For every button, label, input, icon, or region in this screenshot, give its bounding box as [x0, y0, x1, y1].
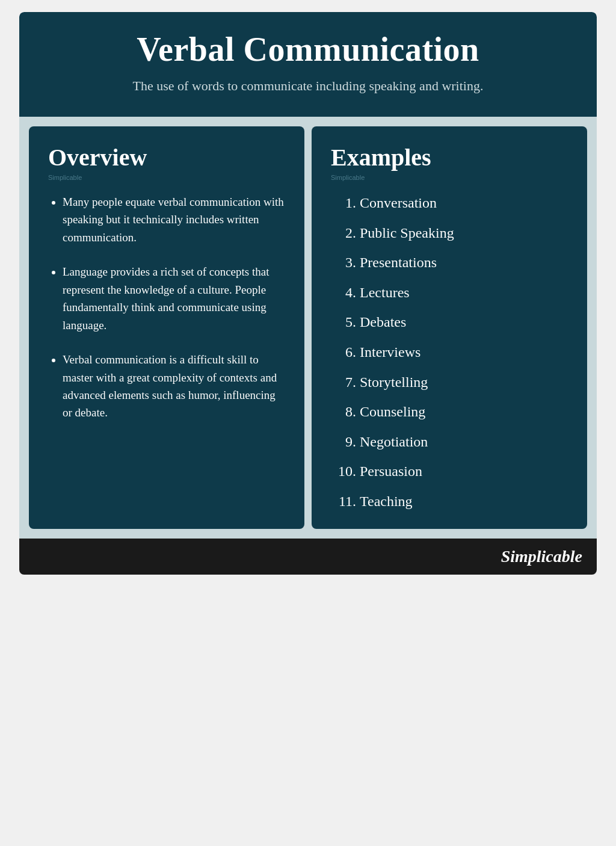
example-label: Interviews	[360, 342, 420, 363]
list-item: 3.Presentations	[331, 253, 568, 273]
example-number: 10.	[331, 462, 356, 482]
footer-section: Simplicable	[19, 539, 597, 575]
header-section: Verbal Communication The use of words to…	[19, 12, 597, 117]
list-item: Verbal communication is a difficult skil…	[63, 351, 285, 422]
list-item: 5.Debates	[331, 312, 568, 333]
example-number: 9.	[331, 432, 356, 452]
example-label: Public Speaking	[360, 223, 454, 244]
page-title: Verbal Communication	[55, 30, 561, 69]
overview-watermark: Simplicable	[48, 174, 285, 181]
example-number: 6.	[331, 342, 356, 363]
example-number: 1.	[331, 193, 356, 214]
example-number: 7.	[331, 372, 356, 393]
example-label: Persuasion	[360, 462, 422, 482]
content-section: Overview Simplicable Many people equate …	[19, 117, 597, 539]
example-number: 5.	[331, 312, 356, 333]
example-label: Counseling	[360, 402, 425, 422]
list-item: Language provides a rich set of concepts…	[63, 263, 285, 334]
example-label: Presentations	[360, 253, 437, 273]
example-label: Conversation	[360, 193, 437, 214]
example-number: 2.	[331, 223, 356, 244]
list-item: 4.Lectures	[331, 283, 568, 303]
overview-list: Many people equate verbal communication …	[48, 193, 285, 422]
example-number: 11.	[331, 492, 356, 512]
example-label: Debates	[360, 312, 406, 333]
page-wrapper: Verbal Communication The use of words to…	[19, 12, 597, 575]
list-item: Many people equate verbal communication …	[63, 193, 285, 246]
overview-panel: Overview Simplicable Many people equate …	[29, 126, 304, 529]
page-subtitle: The use of words to communicate includin…	[55, 76, 561, 96]
examples-panel: Examples Simplicable 1.Conversation2.Pub…	[312, 126, 587, 529]
list-item: 10.Persuasion	[331, 462, 568, 482]
list-item: 8.Counseling	[331, 402, 568, 422]
example-number: 8.	[331, 402, 356, 422]
list-item: 9.Negotiation	[331, 432, 568, 452]
examples-watermark: Simplicable	[331, 174, 568, 181]
example-label: Negotiation	[360, 432, 428, 452]
example-label: Storytelling	[360, 372, 428, 393]
example-label: Lectures	[360, 283, 410, 303]
examples-title: Examples	[331, 143, 568, 171]
footer-brand: Simplicable	[501, 547, 582, 566]
list-item: 1.Conversation	[331, 193, 568, 214]
example-label: Teaching	[360, 492, 413, 512]
overview-title: Overview	[48, 143, 285, 171]
examples-list: 1.Conversation2.Public Speaking3.Present…	[331, 193, 568, 512]
list-item: 7.Storytelling	[331, 372, 568, 393]
example-number: 4.	[331, 283, 356, 303]
list-item: 11.Teaching	[331, 492, 568, 512]
list-item: 6.Interviews	[331, 342, 568, 363]
list-item: 2.Public Speaking	[331, 223, 568, 244]
example-number: 3.	[331, 253, 356, 273]
